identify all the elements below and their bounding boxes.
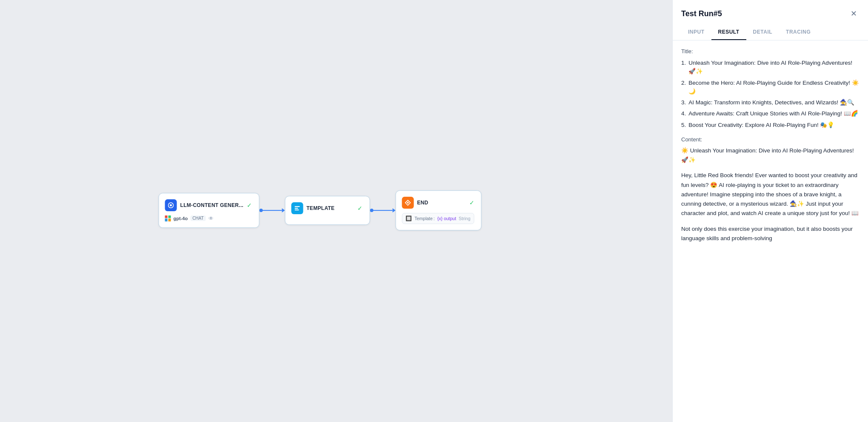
llm-node-icon <box>165 199 177 211</box>
canvas-area: LLM-CONTENT GENER... ✓ gpt-4o CHAT 👁 <box>0 0 672 422</box>
windows-icon <box>165 215 171 221</box>
tab-input[interactable]: INPUT <box>681 26 711 40</box>
template-node-status: ✓ <box>357 205 363 212</box>
end-output-type: String <box>459 216 470 221</box>
content-paragraph-1: Hey, Little Red Book friends! Ever wante… <box>681 171 859 218</box>
content-paragraph-0: ☀️ Unleash Your Imagination: Dive into A… <box>681 146 859 165</box>
eye-icon[interactable]: 👁 <box>208 215 214 221</box>
panel-tabs: INPUT RESULT DETAIL TRACING <box>681 26 859 40</box>
end-node-title: END <box>417 200 465 206</box>
titles-list: 1. Unleash Your Imagination: Dive into A… <box>681 59 859 129</box>
end-node[interactable]: END ✓ 🔲 Template: {x} output String <box>395 190 481 230</box>
tab-detail[interactable]: DETAIL <box>746 26 779 40</box>
connector-arrow-2 <box>392 208 395 212</box>
end-node-icon <box>402 197 414 209</box>
template-node-icon <box>291 202 303 214</box>
tab-tracing[interactable]: TRACING <box>779 26 817 40</box>
flow-container: LLM-CONTENT GENER... ✓ gpt-4o CHAT 👁 <box>159 190 482 230</box>
llm-content-node[interactable]: LLM-CONTENT GENER... ✓ gpt-4o CHAT 👁 <box>159 193 260 228</box>
llm-model-label: gpt-4o <box>174 216 188 221</box>
llm-node-footer: gpt-4o CHAT 👁 <box>165 215 252 221</box>
connector-2 <box>370 208 395 212</box>
llm-node-title: LLM-CONTENT GENER... <box>180 202 244 208</box>
connector-arrow-1 <box>282 208 285 212</box>
svg-point-5 <box>407 202 408 204</box>
list-item: 2. Become the Hero: AI Role-Playing Guid… <box>681 79 859 96</box>
llm-chat-badge: CHAT <box>190 215 206 221</box>
template-node[interactable]: TEMPLATE ✓ <box>285 196 370 225</box>
panel-header: Test Run#5 ✕ INPUT RESULT DETAIL TRACING <box>673 0 868 40</box>
llm-node-status: ✓ <box>247 202 252 209</box>
right-panel: Test Run#5 ✕ INPUT RESULT DETAIL TRACING… <box>672 0 868 422</box>
end-output-row: 🔲 Template: {x} output String <box>402 213 474 224</box>
template-node-header: TEMPLATE ✓ <box>291 202 363 214</box>
close-button[interactable]: ✕ <box>848 8 859 20</box>
end-template-icon: 🔲 <box>405 215 412 221</box>
template-node-title: TEMPLATE <box>306 205 354 211</box>
tab-result[interactable]: RESULT <box>711 26 746 40</box>
panel-title: Test Run#5 <box>681 9 722 18</box>
list-item: 3. AI Magic: Transform into Knights, Det… <box>681 98 859 107</box>
list-item: 4. Adventure Awaits: Craft Unique Storie… <box>681 109 859 118</box>
llm-node-header: LLM-CONTENT GENER... ✓ <box>165 199 252 211</box>
end-node-header: END ✓ <box>402 197 474 209</box>
title-label: Title: <box>681 48 859 55</box>
end-output-var: {x} output <box>437 216 456 221</box>
end-output-label: Template: <box>414 216 435 221</box>
list-item: 5. Boost Your Creativity: Explore AI Rol… <box>681 121 859 129</box>
list-item: 1. Unleash Your Imagination: Dive into A… <box>681 59 859 76</box>
panel-title-row: Test Run#5 ✕ <box>681 8 859 20</box>
svg-rect-2 <box>294 206 300 207</box>
connector-1 <box>259 208 285 212</box>
content-paragraph-2: Not only does this exercise your imagina… <box>681 224 859 244</box>
panel-content: Title: 1. Unleash Your Imagination: Dive… <box>673 40 868 422</box>
connector-line-2 <box>373 210 392 211</box>
svg-rect-4 <box>294 210 299 210</box>
svg-point-1 <box>170 204 172 206</box>
connector-line-1 <box>262 210 282 211</box>
svg-rect-3 <box>294 208 298 209</box>
end-node-status: ✓ <box>469 199 474 206</box>
content-label: Content: <box>681 136 859 143</box>
